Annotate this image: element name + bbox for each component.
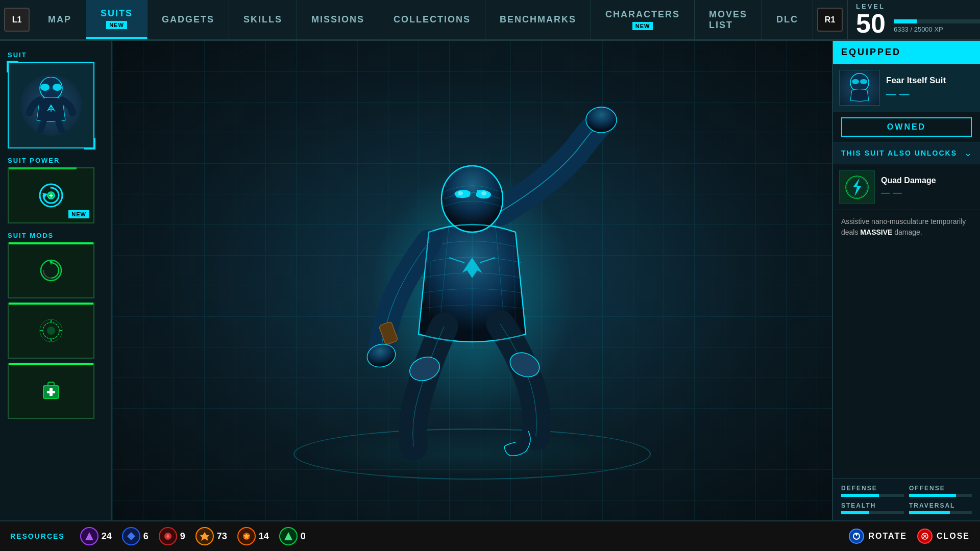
resource-value-2: 6	[143, 531, 149, 542]
nav-item-skills[interactable]: SKILLS	[229, 0, 297, 39]
power-thumbnail	[839, 170, 875, 204]
suit-info-card: Fear Itself Suit — —	[833, 64, 980, 112]
stat-traversal-label: TRAVERSAL	[909, 502, 972, 509]
main-area: SUIT	[0, 41, 980, 520]
suits-new-badge: NEW	[106, 21, 127, 29]
svg-marker-42	[85, 532, 93, 540]
rotate-label: ROTATE	[868, 532, 906, 541]
resource-icon-green	[279, 527, 298, 545]
resource-item-2: 6	[122, 527, 149, 545]
resource-value-5: 14	[259, 531, 269, 542]
xp-bar-container	[894, 19, 980, 23]
svg-marker-43	[127, 532, 135, 540]
suit-mod-slot-2[interactable]	[8, 303, 94, 359]
level-number: 50	[856, 10, 886, 37]
stat-defense-bar-bg	[841, 494, 904, 497]
svg-point-39	[860, 79, 867, 84]
svg-point-11	[47, 327, 55, 335]
characters-new-badge: NEW	[632, 22, 653, 30]
nav-item-characters[interactable]: CHARACTERS NEW	[591, 0, 695, 39]
nav-item-moves-list[interactable]: MOVES LIST	[695, 0, 762, 39]
stat-offense: OFFENSE	[909, 485, 972, 497]
rotate-icon	[849, 529, 864, 544]
nav-item-dlc[interactable]: DLC	[762, 0, 813, 39]
stat-stealth: STEALTH	[841, 502, 904, 514]
resource-item-6: 0	[279, 527, 306, 545]
stats-grid: DEFENSE OFFENSE STEALTH	[841, 485, 972, 514]
mod-bar-1	[9, 242, 93, 244]
suit-power-new-badge: NEW	[68, 210, 89, 218]
equipped-header: EQUIPPED	[833, 41, 980, 64]
suit-power-slot[interactable]: + NEW	[8, 167, 94, 223]
resource-item-1: 24	[80, 527, 112, 545]
nav-item-missions[interactable]: MISSIONS	[297, 0, 379, 39]
svg-point-1	[40, 84, 50, 91]
nav-item-benchmarks[interactable]: BENCHMARKS	[485, 0, 591, 39]
resource-icon-purple	[80, 527, 99, 545]
stat-defense-bar	[841, 494, 879, 497]
nav-item-suits[interactable]: SUITS NEW	[86, 0, 148, 39]
spider-man-figure	[306, 89, 638, 472]
close-button[interactable]: CLOSE	[917, 529, 970, 544]
mod-bar-2	[9, 303, 93, 305]
nav-item-map[interactable]: MAP	[34, 0, 86, 39]
left-panel: SUIT	[0, 41, 112, 520]
power-dots: — —	[881, 187, 936, 198]
stat-offense-bar	[909, 494, 956, 497]
suit-thumbnail	[839, 70, 880, 106]
suit-preview-box[interactable]	[8, 62, 94, 148]
resource-icon-red	[159, 527, 177, 545]
svg-point-23	[586, 107, 617, 133]
mod-icon-1	[36, 255, 66, 286]
stat-stealth-bar	[841, 511, 869, 514]
suit-mod-slot-3[interactable]	[8, 363, 94, 419]
power-card: Quad Damage — —	[833, 164, 980, 210]
suit-info-text: Fear Itself Suit — —	[886, 76, 946, 99]
close-label: CLOSE	[937, 532, 970, 541]
resource-value-1: 24	[102, 531, 112, 542]
right-panel: EQUIPPED Fear Itself Suit — — OWNED THIS…	[832, 41, 980, 520]
this-suit-unlocks-header[interactable]: THIS SUIT ALSO UNLOCKS ⌄	[833, 142, 980, 164]
nav-item-collections[interactable]: COLLECTIONS	[379, 0, 485, 39]
svg-point-31	[481, 191, 486, 195]
l1-button[interactable]: L1	[4, 8, 30, 32]
resource-value-6: 0	[301, 531, 306, 542]
resource-item-5: 14	[237, 527, 269, 545]
svg-rect-21	[47, 391, 55, 393]
mod-bar-3	[9, 363, 93, 365]
r1-button[interactable]: R1	[817, 8, 843, 32]
suit-mods-section: SUIT MODS	[8, 232, 104, 419]
mod-icon-3	[36, 375, 66, 406]
stat-traversal-bar-bg	[909, 511, 972, 514]
suit-name: Fear Itself Suit	[886, 76, 946, 86]
bottom-bar: RESOURCES 24 6 9 73 14 0	[0, 520, 980, 551]
svg-point-2	[53, 84, 62, 91]
stat-offense-bar-bg	[909, 494, 972, 497]
svg-point-30	[458, 191, 463, 195]
stat-traversal-bar	[909, 511, 950, 514]
svg-marker-48	[855, 534, 858, 536]
svg-point-38	[852, 79, 859, 84]
resource-item-4: 73	[195, 527, 227, 545]
power-description: Assistive nano-musculature temporarily d…	[833, 210, 980, 478]
stat-stealth-label: STEALTH	[841, 502, 904, 509]
nav-item-gadgets[interactable]: GADGETS	[148, 0, 229, 39]
suit-mods-label: SUIT MODS	[8, 232, 104, 239]
close-icon	[917, 529, 933, 544]
suit-mod-slot-1[interactable]	[8, 242, 94, 298]
bottom-actions: ROTATE CLOSE	[849, 529, 970, 544]
suit-power-label: SUIT POWER	[8, 157, 104, 164]
resource-icon-orange	[195, 527, 214, 545]
unlocks-label: THIS SUIT ALSO UNLOCKS	[841, 149, 957, 157]
suit-power-bar	[9, 167, 77, 169]
rotate-button[interactable]: ROTATE	[849, 529, 906, 544]
top-navigation: L1 MAP SUITS NEW GADGETS SKILLS MISSIONS…	[0, 0, 980, 41]
stat-traversal: TRAVERSAL	[909, 502, 972, 514]
suit-section-label: SUIT	[8, 51, 104, 59]
resource-value-3: 9	[180, 531, 185, 542]
resource-icon-blue	[122, 527, 140, 545]
level-panel: LEVEL 50 6333 / 25000 XP	[847, 0, 980, 39]
stat-stealth-bar-bg	[841, 511, 904, 514]
suit-section: SUIT	[8, 51, 104, 148]
resource-icon-orange2	[237, 527, 256, 545]
